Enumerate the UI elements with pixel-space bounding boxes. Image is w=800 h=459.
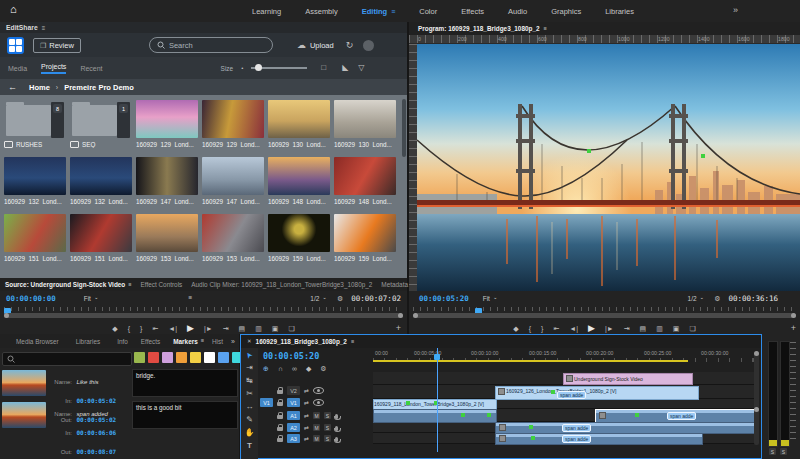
button-editor-icon[interactable]: + bbox=[791, 324, 796, 333]
tab-projects[interactable]: Projects bbox=[41, 63, 66, 74]
panel-menu-icon[interactable]: ≡ bbox=[201, 338, 204, 344]
lock-icon[interactable] bbox=[277, 415, 283, 419]
source-resolution-select[interactable]: 1/2 ⌄ bbox=[310, 295, 327, 302]
scroll-knob[interactable] bbox=[413, 313, 418, 318]
lock-icon[interactable] bbox=[277, 438, 283, 442]
grid-scrollbar[interactable] bbox=[402, 99, 406, 157]
workspace-tab-learning[interactable]: Learning bbox=[252, 7, 281, 16]
extract-icon[interactable]: ▥ bbox=[656, 325, 663, 332]
panel-menu-icon[interactable]: ≡ bbox=[128, 282, 131, 288]
tab-recent[interactable]: Recent bbox=[80, 65, 102, 72]
grid-item[interactable]: 160929_147_Lond... bbox=[202, 157, 264, 205]
ripple-edit-tool[interactable]: ↹ bbox=[246, 377, 253, 385]
lock-icon[interactable] bbox=[277, 390, 283, 394]
source-scrollbar[interactable] bbox=[4, 313, 403, 318]
search-input[interactable]: Search bbox=[149, 37, 273, 53]
razor-tool[interactable]: ✂ bbox=[246, 390, 253, 398]
marker-comment[interactable]: this is a good bit bbox=[132, 401, 238, 429]
tab-sequence[interactable]: 160929_118_Bridge3_1080p_2 bbox=[256, 338, 347, 345]
panel-menu-icon[interactable]: ≡ bbox=[42, 25, 46, 31]
grid-item[interactable]: 160929_132_Lond... bbox=[4, 157, 66, 205]
marker-color-swatch[interactable] bbox=[218, 352, 229, 363]
compare-view-icon[interactable]: ❏ bbox=[689, 325, 695, 332]
grid-item[interactable]: 160929_151_Lond... bbox=[4, 214, 66, 262]
snap-magnet-icon[interactable]: ∩ bbox=[278, 365, 283, 372]
scroll-knob[interactable] bbox=[754, 407, 759, 412]
panel-menu-icon[interactable]: ≡ bbox=[544, 26, 547, 32]
program-timecode[interactable]: 00:00:05:20 bbox=[419, 294, 469, 303]
add-marker-icon[interactable]: ◆ bbox=[306, 365, 311, 372]
source-assign-v1[interactable]: V1 bbox=[260, 398, 273, 407]
size-slider-handle[interactable] bbox=[255, 64, 262, 71]
workspace-tab-audio[interactable]: Audio bbox=[508, 7, 527, 16]
workspace-tab-graphics[interactable]: Graphics bbox=[551, 7, 581, 16]
track-name-a3[interactable]: A3 bbox=[287, 434, 300, 443]
tab-program[interactable]: Program: 160929_118_Bridge3_1080p_2 bbox=[418, 25, 540, 32]
tab-libraries[interactable]: Libraries bbox=[76, 338, 101, 345]
workspace-tab-libraries[interactable]: Libraries bbox=[605, 7, 634, 16]
solo-button[interactable]: S bbox=[324, 412, 331, 419]
mark-in-icon[interactable]: { bbox=[529, 325, 531, 332]
step-forward-icon[interactable]: |► bbox=[204, 325, 213, 332]
mark-in-icon[interactable]: { bbox=[128, 325, 130, 332]
grid-item[interactable]: 160929_148_Lond... bbox=[334, 157, 396, 205]
solo-button[interactable]: S bbox=[324, 435, 331, 442]
editshare-panel-tab[interactable]: EditShare ≡ bbox=[0, 22, 407, 33]
settings-wrench-icon[interactable]: ⚙ bbox=[714, 295, 720, 302]
mark-out-icon[interactable]: } bbox=[541, 325, 543, 332]
step-back-icon[interactable]: ◄| bbox=[569, 325, 578, 332]
marker-list-item[interactable]: Name: Like this In: 00:00:05:02 Out: 00:… bbox=[0, 368, 239, 400]
clip-a1-left[interactable] bbox=[373, 409, 497, 423]
workspace-tab-effects[interactable]: Effects bbox=[461, 7, 484, 16]
clip-underground-sign[interactable]: Underground Sign-Stock Video bbox=[563, 373, 693, 385]
workspace-tab-color[interactable]: Color bbox=[419, 7, 437, 16]
overwrite-icon[interactable]: ▥ bbox=[255, 325, 262, 332]
go-to-in-icon[interactable]: ⇤ bbox=[152, 325, 158, 332]
close-icon[interactable]: ✕ bbox=[247, 339, 252, 345]
workspace-tab-assembly[interactable]: Assembly bbox=[305, 7, 338, 16]
review-button[interactable]: ❐ Review bbox=[33, 38, 81, 53]
marker-comment[interactable]: bridge. bbox=[132, 369, 238, 397]
tab-markers[interactable]: Markers bbox=[173, 338, 198, 345]
home-icon[interactable]: ⌂ bbox=[10, 4, 17, 15]
grid-item-folder[interactable]: 8 RUSHES bbox=[4, 100, 66, 148]
add-marker-icon[interactable]: ◆ bbox=[112, 325, 117, 332]
timeline-playhead-handle[interactable] bbox=[434, 354, 440, 360]
marker-list-item[interactable]: Name: span added In: 00:00:06:06 Out: 00… bbox=[0, 400, 239, 432]
linked-selection-icon[interactable]: ∞ bbox=[292, 365, 297, 372]
voiceover-mic-icon[interactable] bbox=[335, 414, 338, 419]
editshare-logo-icon[interactable] bbox=[7, 37, 24, 54]
size-slider[interactable] bbox=[251, 67, 307, 69]
track-output-eye-icon[interactable] bbox=[313, 387, 324, 394]
step-forward-icon[interactable]: |► bbox=[605, 325, 614, 332]
grid-item[interactable]: 160929_132_Lond... bbox=[70, 157, 132, 205]
scroll-knob[interactable] bbox=[754, 351, 759, 356]
program-scrollbar[interactable] bbox=[413, 313, 796, 318]
settings-menu-icon[interactable]: ≡ bbox=[189, 295, 193, 302]
track-name-v1[interactable]: V1 bbox=[287, 398, 300, 407]
voiceover-mic-icon[interactable] bbox=[335, 437, 338, 442]
sort-icon[interactable]: ◣ bbox=[342, 64, 348, 72]
add-marker-icon[interactable]: ◆ bbox=[513, 325, 518, 332]
timeline-timecode[interactable]: 00:00:05:20 bbox=[263, 351, 319, 361]
clip-handle-green[interactable] bbox=[587, 149, 591, 153]
sync-lock-icon[interactable]: ⇄ bbox=[304, 388, 309, 394]
track-output-eye-icon[interactable] bbox=[313, 399, 324, 406]
filter-funnel-icon[interactable]: ▽ bbox=[358, 64, 364, 72]
play-icon[interactable]: ▶ bbox=[588, 324, 595, 333]
voiceover-mic-icon[interactable] bbox=[335, 426, 338, 431]
tab-info[interactable]: Info bbox=[117, 338, 128, 345]
clip-handle-green[interactable] bbox=[701, 154, 705, 158]
clip-a3[interactable] bbox=[495, 433, 703, 445]
meter-solo-left[interactable]: S bbox=[769, 448, 776, 455]
timeline-settings-wrench-icon[interactable]: ⚙ bbox=[320, 365, 326, 372]
clip-v2-126[interactable]: 160929_126_London_TowerBridge1_1080p_2 [… bbox=[495, 386, 699, 400]
button-editor-icon[interactable]: + bbox=[396, 324, 401, 333]
track-name-a1[interactable]: A1 bbox=[287, 411, 300, 420]
grid-item[interactable]: 160929_129_Lond... bbox=[136, 100, 198, 148]
tab-media-browser[interactable]: Media Browser bbox=[16, 338, 59, 345]
tab-audio-clip-mixer[interactable]: Audio Clip Mixer: 160929_118_London_Towe… bbox=[191, 281, 372, 288]
program-zoom-select[interactable]: Fit ⌄ bbox=[483, 295, 498, 302]
scroll-knob[interactable] bbox=[791, 313, 796, 318]
tab-history[interactable]: Hist bbox=[212, 338, 223, 345]
